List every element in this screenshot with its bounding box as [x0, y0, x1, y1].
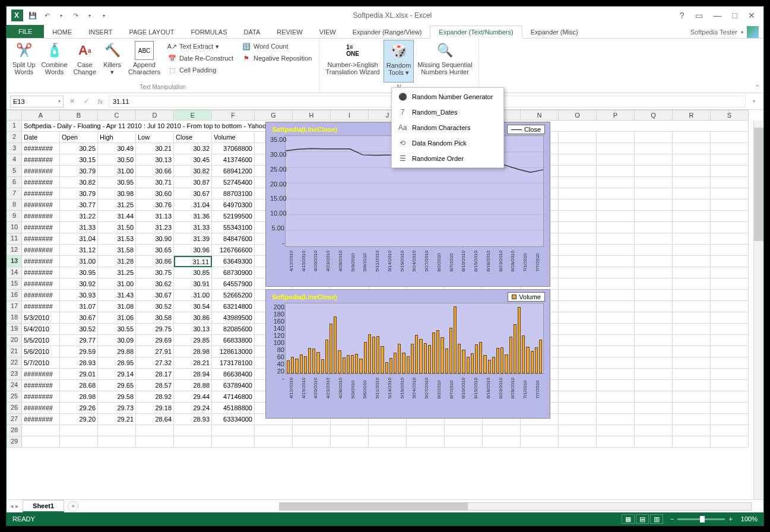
cell[interactable]: 30.67: [60, 312, 98, 324]
save-icon[interactable]: 💾: [28, 11, 37, 20]
row-header[interactable]: 4: [7, 154, 22, 166]
cell[interactable]: [597, 233, 635, 245]
cell[interactable]: [673, 177, 711, 188]
cell[interactable]: 30.86: [174, 312, 212, 324]
cell[interactable]: [559, 369, 597, 380]
cell[interactable]: [559, 278, 597, 290]
cell[interactable]: [559, 267, 597, 278]
cell[interactable]: 31.43: [98, 290, 136, 301]
cell[interactable]: [597, 177, 635, 188]
cell[interactable]: [711, 278, 749, 290]
cell[interactable]: 5/3/2010: [22, 312, 60, 324]
cell[interactable]: [136, 436, 174, 448]
cell[interactable]: 30.95: [60, 267, 98, 278]
undo-icon[interactable]: ↶: [42, 11, 52, 20]
cell[interactable]: [597, 380, 635, 391]
row-header[interactable]: 19: [7, 324, 22, 335]
tab-expander-text[interactable]: Expander (Text/Numbers): [430, 26, 522, 39]
cell[interactable]: 31.33: [174, 222, 212, 233]
cell[interactable]: [369, 436, 407, 448]
col-header[interactable]: H: [293, 110, 331, 121]
combine-words-button[interactable]: 🧴 Combine Words: [39, 40, 70, 83]
row-header[interactable]: 8: [7, 200, 22, 211]
tab-formulas[interactable]: FORMULAS: [182, 26, 235, 38]
cell[interactable]: Date: [22, 132, 60, 143]
cell[interactable]: 30.58: [136, 312, 174, 324]
cell[interactable]: [635, 222, 673, 233]
zoom-level[interactable]: 100%: [741, 515, 758, 522]
cell[interactable]: 31.04: [60, 233, 98, 245]
cell[interactable]: [60, 425, 98, 436]
cell[interactable]: 86638400: [212, 369, 255, 380]
cell[interactable]: [673, 425, 711, 436]
cell[interactable]: [559, 177, 597, 188]
cell[interactable]: 28.93: [174, 414, 212, 425]
col-header[interactable]: B: [60, 110, 98, 121]
row-header[interactable]: 23: [7, 369, 22, 380]
row-header[interactable]: 16: [7, 290, 22, 301]
vertical-scrollbar[interactable]: [753, 121, 763, 499]
cell[interactable]: [22, 425, 60, 436]
cell[interactable]: 30.79: [60, 166, 98, 177]
cell[interactable]: 29.65: [98, 380, 136, 391]
qat-customize-icon[interactable]: ▾: [99, 11, 109, 20]
col-header[interactable]: P: [597, 110, 635, 121]
cell[interactable]: [673, 380, 711, 391]
cell[interactable]: [331, 425, 369, 436]
cell[interactable]: 5/7/2010: [22, 357, 60, 369]
cell[interactable]: 28.57: [136, 380, 174, 391]
row-header[interactable]: 22: [7, 357, 22, 369]
cell[interactable]: [635, 166, 673, 177]
cell[interactable]: 30.32: [174, 143, 212, 154]
cell[interactable]: 28.98: [60, 391, 98, 403]
cell[interactable]: [597, 425, 635, 436]
cell[interactable]: 30.15: [60, 154, 98, 166]
collapse-ribbon-icon[interactable]: ⌃: [755, 84, 760, 91]
cell[interactable]: 28.21: [174, 357, 212, 369]
cell[interactable]: 68941200: [212, 166, 255, 177]
cell[interactable]: 31.44: [98, 211, 136, 222]
cell[interactable]: [597, 346, 635, 357]
cell[interactable]: [559, 200, 597, 211]
cell[interactable]: 29.44: [174, 391, 212, 403]
cell[interactable]: 31.36: [174, 211, 212, 222]
cell[interactable]: 30.65: [136, 245, 174, 256]
cell[interactable]: ########: [22, 290, 60, 301]
cell[interactable]: 29.58: [98, 391, 136, 403]
cell[interactable]: [711, 414, 749, 425]
cell[interactable]: [635, 301, 673, 312]
cell[interactable]: 64557900: [212, 278, 255, 290]
cell[interactable]: [635, 403, 673, 414]
cell[interactable]: 30.93: [60, 290, 98, 301]
cell[interactable]: [673, 391, 711, 403]
cell[interactable]: [673, 436, 711, 448]
row-header[interactable]: 26: [7, 403, 22, 414]
cell[interactable]: [559, 436, 597, 448]
cell[interactable]: 63334000: [212, 414, 255, 425]
cell[interactable]: 5/6/2010: [22, 346, 60, 357]
cell[interactable]: [407, 425, 445, 436]
cell[interactable]: 28.64: [136, 414, 174, 425]
cell[interactable]: 29.14: [98, 369, 136, 380]
cell[interactable]: 31.11: [174, 256, 212, 267]
cell[interactable]: 30.87: [174, 177, 212, 188]
cell[interactable]: ########: [22, 245, 60, 256]
cell[interactable]: 31.04: [174, 200, 212, 211]
row-header[interactable]: 13: [7, 256, 22, 267]
cell[interactable]: 27.32: [136, 357, 174, 369]
cell[interactable]: [174, 425, 212, 436]
row-header[interactable]: 24: [7, 380, 22, 391]
cell[interactable]: 31.28: [98, 256, 136, 267]
cell[interactable]: [597, 267, 635, 278]
cell[interactable]: [521, 425, 559, 436]
cell[interactable]: [635, 245, 673, 256]
row-header[interactable]: 15: [7, 278, 22, 290]
cell[interactable]: 30.86: [136, 256, 174, 267]
cell[interactable]: 52745400: [212, 177, 255, 188]
cell[interactable]: 63789400: [212, 380, 255, 391]
cell[interactable]: [407, 436, 445, 448]
cell[interactable]: 30.67: [136, 290, 174, 301]
cell[interactable]: [711, 143, 749, 154]
cell[interactable]: 29.20: [60, 414, 98, 425]
col-header[interactable]: N: [521, 110, 559, 121]
